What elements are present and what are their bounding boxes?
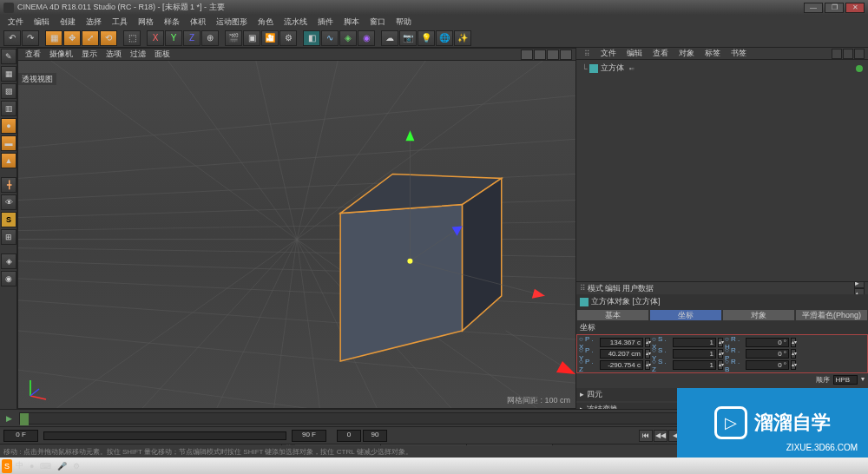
pos-y-field[interactable]: 40.207 cm xyxy=(600,349,643,359)
environment-button[interactable]: ☁ xyxy=(381,30,398,46)
undo-button[interactable]: ↶ xyxy=(3,30,21,46)
vp-menu-filter[interactable]: 过滤 xyxy=(127,49,149,60)
menu-mesh[interactable]: 网格 xyxy=(134,16,158,28)
frame-start-field[interactable]: 0 F xyxy=(3,430,38,442)
live-select-button[interactable]: ▦ xyxy=(45,30,62,46)
om-menu-view[interactable]: 查看 xyxy=(648,48,673,59)
x-axis-button[interactable]: X xyxy=(147,30,164,46)
om-filter-icon[interactable] xyxy=(843,49,853,59)
vp-nav3-icon[interactable] xyxy=(547,49,559,60)
model-mode-button[interactable]: ▦ xyxy=(1,66,16,82)
scale-z-spinner[interactable]: ▴▾ xyxy=(718,360,723,370)
om-eye-icon[interactable] xyxy=(854,49,865,59)
rotate-button[interactable]: ⟲ xyxy=(100,30,117,46)
snap-button[interactable]: S xyxy=(1,212,16,227)
timeline-cursor[interactable] xyxy=(20,413,29,425)
frame-min-field[interactable]: 0 xyxy=(337,430,361,442)
vp-menu-display[interactable]: 显示 xyxy=(78,49,101,60)
pos-y-spinner[interactable]: ▴▾ xyxy=(645,349,650,359)
goto-start-button[interactable]: ⏮ xyxy=(639,430,653,442)
ime-keyboard-icon[interactable]: ⌨ xyxy=(37,459,54,473)
ime-mode-icon[interactable]: 中 xyxy=(13,459,26,473)
om-search-icon[interactable] xyxy=(832,49,842,59)
vp-menu-view[interactable]: 查看 xyxy=(22,49,44,60)
rot-b-field[interactable]: 0 ° xyxy=(746,360,789,370)
object-visibility-toggle[interactable] xyxy=(856,65,863,72)
scale-y-field[interactable]: 1 xyxy=(673,349,716,359)
attr-tab-object[interactable]: 对象 xyxy=(722,309,795,321)
om-menu-bookmarks[interactable]: 书签 xyxy=(727,48,751,59)
rot-b-spinner[interactable]: ▴▾ xyxy=(791,360,796,370)
vp-menu-panel[interactable]: 面板 xyxy=(151,49,174,60)
viewport-3d[interactable]: 透视视图 xyxy=(18,61,575,408)
edge-mode-button[interactable]: ▬ xyxy=(1,135,16,151)
am-menu-userdata[interactable]: 用户数据 xyxy=(622,283,654,294)
frame-end-field[interactable]: 90 F xyxy=(292,430,326,442)
pos-z-field[interactable]: -290.754 c xyxy=(600,360,643,370)
light-button[interactable]: 💡 xyxy=(418,30,435,46)
scale-x-field[interactable]: 1 xyxy=(673,338,716,347)
vp-nav1-icon[interactable] xyxy=(521,49,533,60)
maximize-button[interactable]: ❐ xyxy=(825,3,844,13)
normal-button[interactable]: ◉ xyxy=(1,271,16,286)
menu-spline[interactable]: 样条 xyxy=(160,16,184,28)
rotation-order-dropdown[interactable]: HPB xyxy=(833,375,858,385)
render-settings-button[interactable]: ⚙ xyxy=(279,30,297,46)
pos-x-field[interactable]: 134.367 c xyxy=(600,338,643,347)
menu-mograph[interactable]: 运动图形 xyxy=(212,16,252,28)
cube-primitive-button[interactable]: ◧ xyxy=(303,30,320,46)
particle-button[interactable]: ✨ xyxy=(454,30,471,46)
minimize-button[interactable]: — xyxy=(804,3,823,13)
am-menu-edit[interactable]: 编辑 xyxy=(605,283,621,294)
prev-key-button[interactable]: ◀◀ xyxy=(654,430,667,442)
viewport-solo-button[interactable]: 👁 xyxy=(1,194,16,210)
ime-icon[interactable]: S xyxy=(2,459,12,473)
y-axis-button[interactable]: Y xyxy=(165,30,182,46)
last-tool-button[interactable]: ⬚ xyxy=(123,30,141,46)
om-menu-object[interactable]: 对象 xyxy=(674,48,699,59)
menu-character[interactable]: 角色 xyxy=(253,16,278,28)
menu-help[interactable]: 帮助 xyxy=(391,16,416,28)
scale-z-field[interactable]: 1 xyxy=(673,360,716,370)
menu-create[interactable]: 创建 xyxy=(56,16,80,28)
camera-button[interactable]: 📷 xyxy=(399,30,417,46)
ime-voice-icon[interactable]: 🎤 xyxy=(55,459,69,473)
menu-edit[interactable]: 编辑 xyxy=(30,16,54,28)
rot-h-spinner[interactable]: ▴▾ xyxy=(791,338,796,347)
redo-button[interactable]: ↷ xyxy=(22,30,39,46)
make-editable-button[interactable]: ✎ xyxy=(1,49,16,64)
render-view-button[interactable]: 🎬 xyxy=(225,30,242,46)
pos-z-spinner[interactable]: ▴▾ xyxy=(645,360,650,370)
generator-button[interactable]: ◈ xyxy=(339,30,357,46)
menu-volume[interactable]: 体积 xyxy=(186,16,210,28)
menu-pipeline[interactable]: 流水线 xyxy=(279,16,312,28)
frame-max-field[interactable]: 90 xyxy=(363,430,387,442)
rot-p-field[interactable]: 0 ° xyxy=(746,349,789,359)
vp-menu-options[interactable]: 选项 xyxy=(102,49,125,60)
scene-button[interactable]: 🌐 xyxy=(436,30,453,46)
om-menu-file[interactable]: 文件 xyxy=(596,48,621,59)
rot-h-field[interactable]: 0 ° xyxy=(746,338,789,347)
z-axis-button[interactable]: Z xyxy=(183,30,201,46)
axis-button[interactable]: ╋ xyxy=(1,177,16,193)
os-taskbar[interactable]: S 中 ● ⌨ 🎤 ⚙ xyxy=(0,458,868,474)
menu-select[interactable]: 选择 xyxy=(82,16,106,28)
move-button[interactable]: ✥ xyxy=(63,30,81,46)
deformer-button[interactable]: ◉ xyxy=(358,30,375,46)
tweak-button[interactable]: ◈ xyxy=(1,253,16,269)
coord-system-button[interactable]: ⊕ xyxy=(201,30,219,46)
texture-mode-button[interactable]: ▨ xyxy=(1,83,16,99)
object-manager[interactable]: └ 立方体 ▪▫ xyxy=(576,60,868,282)
point-mode-button[interactable]: ● xyxy=(1,118,16,134)
polygon-mode-button[interactable]: ▲ xyxy=(1,153,16,168)
vp-nav2-icon[interactable] xyxy=(534,49,546,60)
workplane-snap-button[interactable]: ⊞ xyxy=(1,229,16,245)
workplane-button[interactable]: ▥ xyxy=(1,101,16,116)
render-region-button[interactable]: ▣ xyxy=(243,30,260,46)
attr-tab-coord[interactable]: 坐标 xyxy=(649,309,722,321)
pos-x-spinner[interactable]: ▴▾ xyxy=(645,338,650,347)
om-menu-tags[interactable]: 标签 xyxy=(700,48,725,59)
scale-y-spinner[interactable]: ▴▾ xyxy=(718,349,723,359)
menu-plugins[interactable]: 插件 xyxy=(313,16,338,28)
menu-file[interactable]: 文件 xyxy=(3,16,28,28)
